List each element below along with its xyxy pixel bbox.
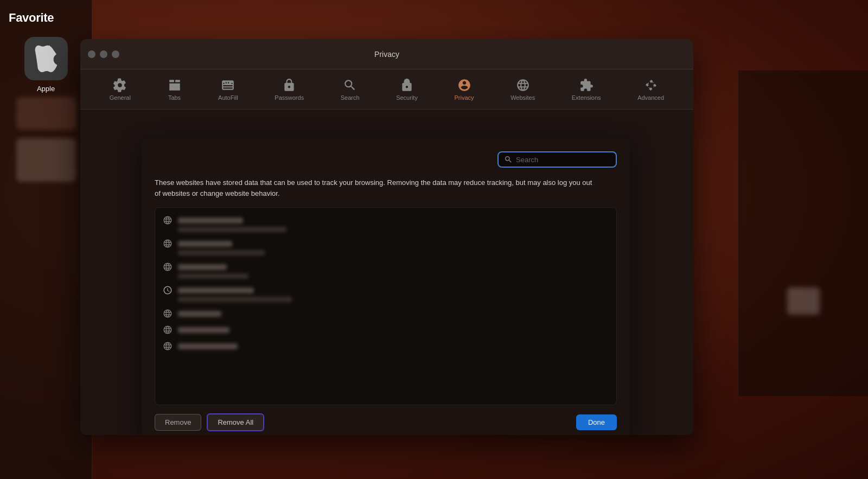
table-row — [155, 305, 616, 322]
sidebar: Favorite Apple — [0, 0, 92, 479]
globe-icon — [163, 341, 173, 351]
traffic-lights — [88, 50, 119, 58]
title-bar: Privacy — [80, 39, 693, 69]
sheet-buttons: Remove Remove All Done — [155, 413, 617, 431]
globe-icon — [163, 309, 173, 318]
table-row — [155, 235, 616, 259]
toolbar-privacy-label: Privacy — [454, 94, 474, 101]
table-row — [155, 338, 616, 354]
globe-icon — [163, 239, 173, 248]
apple-icon — [33, 45, 60, 72]
table-row — [155, 282, 616, 305]
right-blurred-1 — [787, 288, 820, 315]
remove-all-button[interactable]: Remove All — [207, 413, 264, 431]
site-detail-blurred — [178, 227, 286, 232]
site-detail-blurred — [178, 250, 265, 256]
toolbar-extensions-label: Extensions — [572, 94, 601, 101]
sheet-search-row — [155, 151, 617, 168]
gear-icon — [113, 78, 127, 92]
maximize-button[interactable] — [112, 50, 119, 58]
tabs-icon — [168, 78, 182, 92]
globe-icon — [163, 262, 173, 272]
toolbar-websites-label: Websites — [510, 94, 535, 101]
close-button[interactable] — [88, 50, 95, 58]
globe-icon — [163, 215, 173, 225]
toolbar-search-label: Search — [341, 94, 360, 101]
toolbar-privacy[interactable]: Privacy — [449, 75, 479, 104]
toolbar-tabs-label: Tabs — [168, 94, 181, 101]
search-box[interactable] — [497, 151, 617, 168]
done-button[interactable]: Done — [576, 414, 617, 430]
window-title: Privacy — [374, 50, 399, 59]
sheet-description: These websites have stored data that can… — [155, 177, 599, 199]
toolbar-search[interactable]: Search — [335, 75, 365, 104]
toolbar: General Tabs AutoFill Passwords Search — [80, 69, 693, 110]
clock-icon — [163, 285, 173, 295]
sidebar-title: Favorite — [0, 0, 92, 30]
minimize-button[interactable] — [100, 50, 107, 58]
toolbar-general[interactable]: General — [104, 75, 136, 104]
sidebar-blurred-item-2 — [16, 138, 76, 182]
autofill-icon — [221, 78, 235, 92]
toolbar-extensions[interactable]: Extensions — [566, 75, 607, 104]
search-icon — [343, 78, 357, 92]
right-panel: ··· ? — [738, 71, 868, 396]
site-name-blurred — [178, 327, 229, 333]
toolbar-passwords[interactable]: Passwords — [269, 75, 309, 104]
table-row — [155, 259, 616, 282]
toolbar-general-label: General — [110, 94, 131, 101]
advanced-icon — [644, 78, 658, 92]
privacy-sheet: These websites have stored data that can… — [142, 138, 630, 435]
apple-label: Apple — [37, 85, 55, 93]
toolbar-advanced[interactable]: Advanced — [632, 75, 669, 104]
remove-button[interactable]: Remove — [155, 414, 201, 431]
site-detail-blurred — [178, 273, 248, 279]
toolbar-security-label: Security — [396, 94, 418, 101]
toolbar-autofill[interactable]: AutoFill — [213, 75, 244, 104]
site-name-blurred — [178, 288, 254, 293]
security-icon — [400, 78, 414, 92]
search-box-icon — [504, 155, 513, 164]
websites-icon — [516, 78, 530, 92]
site-name-blurred — [178, 218, 243, 223]
toolbar-autofill-label: AutoFill — [218, 94, 238, 101]
toolbar-passwords-label: Passwords — [275, 94, 304, 101]
privacy-icon — [457, 78, 471, 92]
sidebar-blurred-item-1 — [16, 97, 76, 130]
site-name-blurred — [178, 343, 238, 349]
website-list[interactable] — [155, 207, 617, 405]
site-name-blurred — [178, 311, 221, 317]
site-name-blurred — [178, 264, 227, 270]
toolbar-tabs[interactable]: Tabs — [162, 75, 187, 104]
safari-window: Privacy General Tabs AutoFill Passw — [80, 39, 693, 435]
site-detail-blurred — [178, 297, 292, 302]
sidebar-favorites: Apple — [0, 30, 92, 193]
table-row — [155, 212, 616, 235]
apple-icon-container[interactable] — [24, 37, 68, 80]
toolbar-websites[interactable]: Websites — [505, 75, 540, 104]
table-row — [155, 322, 616, 338]
search-input[interactable] — [516, 156, 610, 164]
site-name-blurred — [178, 241, 232, 247]
passwords-icon — [282, 78, 296, 92]
globe-icon — [163, 325, 173, 335]
toolbar-advanced-label: Advanced — [637, 94, 664, 101]
toolbar-security[interactable]: Security — [391, 75, 423, 104]
extensions-icon — [579, 78, 593, 92]
